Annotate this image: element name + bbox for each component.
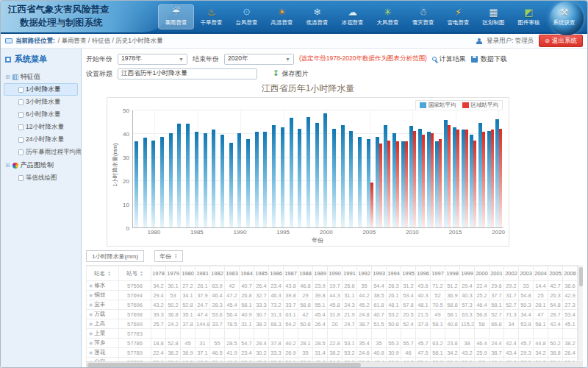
sort-desc-icon[interactable]: ▼ [107, 274, 110, 277]
station-expand-icon[interactable]: ◉ [89, 302, 93, 307]
column-header-year[interactable]: 1994 [387, 266, 401, 281]
column-header-year[interactable]: 1983 [225, 266, 240, 281]
station-name-cell[interactable]: ◉万载 [87, 310, 119, 319]
value-cell: 52.4 [401, 319, 416, 329]
sidebar-item[interactable]: 等值线绘图 [4, 171, 78, 184]
column-header-year[interactable]: 1998 [445, 266, 460, 281]
column-header-year[interactable]: 2000 [475, 266, 490, 281]
station-id-cell: 57698 [119, 310, 151, 319]
value-cell: 25.2 [475, 291, 490, 300]
chart-title: 江西省历年1小时降水量 [107, 82, 509, 97]
sidebar-item[interactable]: 24小时降水量 [4, 133, 78, 146]
toolbar-item-zoning-mapping[interactable]: ▦区划制图 [476, 5, 511, 29]
column-header-year[interactable]: 1982 [210, 266, 225, 281]
station-expand-icon[interactable]: ◉ [89, 322, 93, 326]
toolbar-item-drought-survey[interactable]: ♨干旱普查 [194, 5, 229, 29]
value-cell: 21.5 [416, 310, 431, 319]
sidebar-item[interactable]: 历年暴雨过程平均雨量 [4, 146, 78, 158]
column-header-year[interactable]: 1984 [240, 266, 254, 281]
vertical-scrollbar[interactable] [578, 265, 583, 361]
value-cell: 43.6 [416, 281, 431, 291]
value-cell: 58.1 [240, 300, 254, 310]
sort-desc-icon[interactable]: ▼ [140, 274, 143, 277]
column-header-year[interactable]: 1979 [166, 266, 181, 281]
value-cell: 54.2 [284, 319, 298, 329]
regional-bar [422, 135, 425, 227]
column-header-year[interactable]: 2002 [504, 266, 519, 281]
toolbar-item-wind-survey[interactable]: ✳大风普查 [370, 5, 405, 29]
horizontal-scrollbar[interactable] [86, 361, 583, 367]
station-expand-icon[interactable]: ◉ [89, 350, 93, 355]
column-header-year[interactable]: 1981 [196, 266, 210, 281]
value-cell: 38.5 [372, 291, 387, 300]
column-header-station[interactable]: 站名▲▼ [87, 266, 119, 281]
regional-bar [387, 141, 390, 227]
column-header-year[interactable]: 1980 [181, 266, 196, 281]
logout-button[interactable]: ⊘ 退出系统 [539, 35, 583, 47]
station-name-cell[interactable]: ◉上栗 [87, 329, 119, 339]
toolbar-item-snow-survey[interactable]: ☃雪灾普查 [406, 5, 440, 29]
column-header-year[interactable]: 1986 [269, 266, 284, 281]
column-header-year[interactable]: 2006 [563, 266, 578, 281]
toolbar-item-lightning-survey[interactable]: ⚡雷电普查 [441, 5, 476, 29]
column-header-year[interactable]: 2001 [490, 266, 504, 281]
chart-title-input[interactable] [118, 68, 257, 79]
year-sort-control[interactable]: 年份 ▲ ▼ [154, 250, 182, 262]
rainstorm-survey-icon: ☔ [172, 7, 181, 18]
sidebar-item[interactable]: 3小时降水量 [4, 96, 78, 108]
calculate-button[interactable]: 计算结果 [432, 54, 466, 64]
tree-group-toggle[interactable]: ⊞特征值 [4, 70, 78, 83]
station-expand-icon[interactable]: ◉ [89, 331, 93, 336]
toolbar-item-low-temp-survey[interactable]: ❄低温普查 [300, 5, 334, 29]
toolbar-item-hail-survey[interactable]: ☁冰雹普查 [335, 5, 370, 29]
save-image-button[interactable]: ↧ 保存图片 [273, 69, 308, 79]
station-name-cell[interactable]: ◉上高 [87, 319, 119, 329]
station-name-cell[interactable]: ◉萍乡 [87, 339, 119, 348]
column-header-year[interactable]: 1999 [460, 266, 475, 281]
column-header-year[interactable]: 1991 [343, 266, 357, 281]
column-header-year[interactable]: 2004 [534, 266, 548, 281]
station-expand-icon[interactable]: ◉ [89, 312, 93, 316]
value-cell: 40.7 [372, 310, 387, 319]
column-header-station-id[interactable]: 站号▲▼ [119, 266, 151, 281]
toolbar-item-rainstorm-survey[interactable]: ☔暴雨普查 [159, 5, 193, 29]
sort-desc-icon[interactable]: ▼ [174, 256, 177, 259]
column-header-year[interactable]: 1985 [254, 266, 269, 281]
station-expand-icon[interactable]: ◉ [89, 341, 93, 345]
toolbar-item-label: 系统设置 [553, 19, 576, 26]
tree-group-toggle[interactable]: ⊞产品图绘制 [4, 158, 78, 171]
value-cell: 42 [298, 310, 313, 319]
column-header-year[interactable]: 1987 [284, 266, 298, 281]
end-year-select[interactable]: 2020年 ▼ [224, 54, 294, 65]
column-header-year[interactable]: 2005 [548, 266, 563, 281]
station-expand-icon[interactable]: ◉ [89, 283, 93, 288]
station-name-cell[interactable]: ◉宜丰 [87, 300, 119, 310]
start-year-label: 开始年份 [86, 54, 112, 64]
station-expand-icon[interactable]: ◉ [89, 293, 93, 297]
value-cell: 28.1 [298, 339, 313, 348]
toolbar-item-map-review[interactable]: ◩图件审核 [512, 5, 546, 29]
column-header-year[interactable]: 1990 [328, 266, 343, 281]
vertical-scrollbar-thumb[interactable] [579, 267, 583, 286]
data-download-button[interactable]: 数据下载 [471, 54, 507, 64]
horizontal-scrollbar-thumb[interactable] [87, 363, 361, 367]
toolbar-item-typhoon-survey[interactable]: ⚙台风普查 [229, 5, 264, 29]
column-header-year[interactable]: 1989 [313, 266, 328, 281]
column-header-year[interactable]: 1992 [357, 266, 372, 281]
station-name-cell[interactable]: ◉铜鼓 [87, 291, 119, 300]
column-header-year[interactable]: 1996 [416, 266, 431, 281]
column-header-year[interactable]: 1993 [372, 266, 387, 281]
start-year-select[interactable]: 1978年 ▼ [118, 54, 187, 65]
column-header-year[interactable]: 2003 [519, 266, 534, 281]
toolbar-item-system-settings[interactable]: ⚒系统设置 [547, 5, 581, 29]
station-name-cell[interactable]: ◉莲花 [87, 348, 119, 358]
sidebar-item[interactable]: 12小时降水量 [4, 121, 78, 133]
column-header-year[interactable]: 1995 [401, 266, 416, 281]
toolbar-item-high-temp-survey[interactable]: ☀高温普查 [265, 5, 299, 29]
sidebar-item[interactable]: 6小时降水量 [4, 108, 78, 121]
column-header-year[interactable]: 1997 [431, 266, 445, 281]
station-name-cell[interactable]: ◉修水 [87, 281, 119, 291]
sidebar-item[interactable]: 1小时降水量 [4, 83, 78, 96]
column-header-year[interactable]: 1988 [298, 266, 313, 281]
column-header-year[interactable]: 1978 [151, 266, 166, 281]
